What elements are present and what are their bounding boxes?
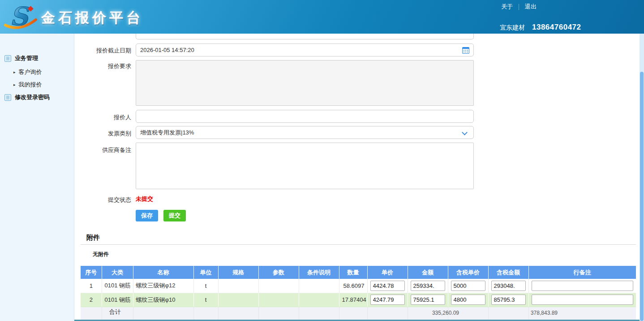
cell-price xyxy=(367,293,408,307)
submenu-arrow-icon: ▸ xyxy=(13,70,16,74)
header-links: 关于 退出 xyxy=(500,2,538,12)
cell-condition xyxy=(299,279,339,293)
sidebar-item-my-quotation[interactable]: ▸ 我的报价 xyxy=(13,81,42,89)
app-title: 金石报价平台 xyxy=(41,9,143,27)
supplier-note-label: 供应商备注 xyxy=(74,146,131,154)
app-header: S 金石报价平台 关于 退出 宜东建材 13864760472 xyxy=(0,0,644,34)
column-header-param: 参数 xyxy=(258,266,299,279)
cell-condition xyxy=(299,293,339,307)
column-header-price: 单价 xyxy=(367,266,408,279)
tax-amount-input[interactable] xyxy=(491,295,526,305)
calendar-icon[interactable] xyxy=(462,47,469,54)
attachments-empty-text: 无附件 xyxy=(93,251,109,258)
about-link[interactable]: 关于 xyxy=(500,2,514,12)
requirements-label: 报价要求 xyxy=(74,62,131,70)
attachments-title: 附件 xyxy=(86,234,100,242)
quoter-input[interactable] xyxy=(136,110,474,123)
sidebar-item-customer-inquiry[interactable]: ▸ 客户询价 xyxy=(13,68,42,76)
sidebar-item-business-management[interactable]: 业务管理 xyxy=(4,54,38,62)
row-note-input[interactable] xyxy=(532,295,634,305)
cell-no: 1 xyxy=(81,279,102,293)
cell-spec xyxy=(218,279,258,293)
tax-price-input[interactable] xyxy=(451,281,485,291)
cell-amount xyxy=(408,293,448,307)
tax-amount-input[interactable] xyxy=(491,281,526,291)
cell-category: 0101 钢筋 xyxy=(102,279,133,293)
cell-tax-amount xyxy=(488,279,528,293)
footer-total-label: 合计 xyxy=(109,308,121,316)
cell-unit: t xyxy=(193,279,218,293)
sidebar-item-change-password[interactable]: 修改登录密码 xyxy=(4,93,50,101)
list-icon xyxy=(4,94,11,101)
attachments-divider xyxy=(81,244,636,245)
requirements-textarea[interactable] xyxy=(136,60,474,106)
sidebar-item-label: 修改登录密码 xyxy=(15,93,50,101)
cell-row-note xyxy=(528,279,636,293)
column-header-qty: 数量 xyxy=(339,266,367,279)
column-header-category: 大类 xyxy=(102,266,133,279)
amount-input[interactable] xyxy=(411,295,445,305)
invoice-type-label: 发票类别 xyxy=(74,130,131,138)
footer-amount-total: 335,260.09 xyxy=(432,310,459,316)
column-header-tax-amount: 含税金额 xyxy=(488,266,528,279)
app-logo-icon: S xyxy=(3,2,39,31)
cell-name: 螺纹三级钢φ10 xyxy=(133,293,193,307)
sidebar-item-label: 客户询价 xyxy=(19,68,42,76)
items-table-wrap: 序号 大类 名称 单位 规格 参数 条件说明 数量 单价 金额 含税单价 含税金… xyxy=(81,266,636,320)
row-note-input[interactable] xyxy=(532,281,634,291)
column-header-tax-price: 含税单价 xyxy=(448,266,488,279)
column-header-unit: 单位 xyxy=(193,266,218,279)
submit-button[interactable]: 提交 xyxy=(163,210,186,221)
column-header-condition: 条件说明 xyxy=(299,266,339,279)
scrollbar-thumb[interactable] xyxy=(640,72,644,321)
svg-text:S: S xyxy=(10,2,30,31)
table-row-1: 1 0101 钢筋 螺纹三级钢φ12 t 58.6097 xyxy=(81,279,636,293)
column-header-row-note: 行备注 xyxy=(528,266,636,279)
invoice-type-select[interactable]: 增值税专用发票|13% xyxy=(136,126,474,139)
footer-tax-amount-total: 378,843.89 xyxy=(531,310,558,316)
truncated-top-field[interactable] xyxy=(136,34,474,39)
page: S 金石报价平台 关于 退出 宜东建材 13864760472 业务管理 ▸ 客… xyxy=(0,0,644,321)
save-button[interactable]: 保存 xyxy=(136,210,158,221)
deadline-label: 报价截止日期 xyxy=(74,47,131,55)
cell-row-note xyxy=(528,293,636,307)
tax-price-input[interactable] xyxy=(451,295,485,305)
column-header-name: 名称 xyxy=(133,266,193,279)
sidebar: 业务管理 ▸ 客户询价 ▸ 我的报价 修改登录密码 xyxy=(0,34,74,321)
cell-no: 2 xyxy=(81,293,102,307)
sidebar-item-label: 我的报价 xyxy=(19,81,42,89)
supplier-note-textarea[interactable] xyxy=(136,143,474,189)
cell-param xyxy=(258,279,299,293)
company-name: 宜东建材 xyxy=(500,24,525,32)
main-content: 报价截止日期 2026-01-05 14:57:20 报价要求 报价人 发票类别… xyxy=(74,34,644,321)
cell-unit: t xyxy=(193,293,218,307)
cell-amount xyxy=(408,279,448,293)
logout-link[interactable]: 退出 xyxy=(524,2,538,12)
cell-qty: 17.87404 xyxy=(339,293,367,307)
cell-category: 0101 钢筋 xyxy=(102,293,133,307)
links-divider xyxy=(519,4,519,10)
column-header-no: 序号 xyxy=(81,266,102,279)
table-row-2: 2 0101 钢筋 螺纹三级钢φ10 t 17.87404 xyxy=(81,293,636,307)
submit-status-label: 提交状态 xyxy=(74,196,131,204)
cell-tax-price xyxy=(448,293,488,307)
cell-price xyxy=(367,279,408,293)
chevron-down-icon xyxy=(462,130,468,135)
cell-param xyxy=(258,293,299,307)
price-input[interactable] xyxy=(370,295,405,305)
amount-input[interactable] xyxy=(411,281,445,291)
sidebar-item-label: 业务管理 xyxy=(15,54,38,62)
user-phone: 13864760472 xyxy=(532,23,581,32)
deadline-value: 2026-01-05 14:57:20 xyxy=(140,47,194,53)
cell-tax-price xyxy=(448,279,488,293)
vertical-scrollbar[interactable] xyxy=(640,34,644,321)
column-header-spec: 规格 xyxy=(218,266,258,279)
price-input[interactable] xyxy=(370,281,405,291)
header-user-info: 宜东建材 13864760472 xyxy=(500,23,581,32)
column-header-amount: 金额 xyxy=(408,266,448,279)
cell-spec xyxy=(218,293,258,307)
table-header-row: 序号 大类 名称 单位 规格 参数 条件说明 数量 单价 金额 含税单价 含税金… xyxy=(81,266,636,279)
deadline-input[interactable]: 2026-01-05 14:57:20 xyxy=(136,43,474,56)
quoter-label: 报价人 xyxy=(74,113,131,121)
cell-qty: 58.6097 xyxy=(339,279,367,293)
